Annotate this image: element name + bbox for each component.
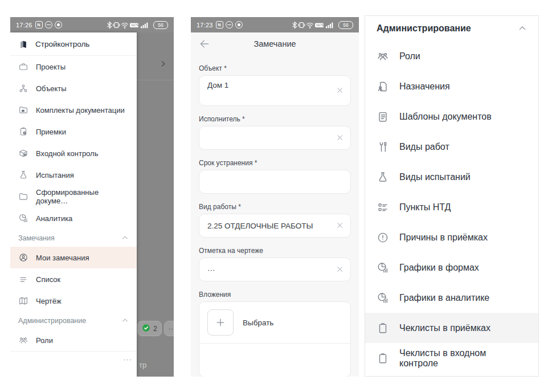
drawer-item-label: Входной контроль [36,149,98,158]
drawer-item[interactable]: Входной контроль [10,142,137,164]
drawer-item-label: Роли [36,336,53,345]
chart-pie-icon [377,292,389,304]
admin-item-label: Причины в приёмках [399,232,488,243]
hierarchy-icon [18,83,28,93]
left-screenshot-nav-drawer: 17:26 N VoLTE 56 2 ··· тр Стройконтроль [10,17,174,377]
admin-list-item[interactable]: Роли [365,41,538,71]
divider [137,80,174,80]
status-bar: 17:23 N VoLTE 56 [191,17,359,32]
signal-icon [326,22,333,28]
drawer-item[interactable]: Список [10,268,137,290]
section-header-administration[interactable]: Администрирование [365,16,538,41]
drawer-item[interactable]: Чертёж [10,290,137,312]
admin-list-item[interactable]: Чеклисты в входном контроле [365,343,538,373]
admin-list-item[interactable]: Причины в приёмках [365,222,538,252]
bluetooth-icon [293,22,296,28]
drawer-item[interactable]: Комплекты документации [10,99,137,121]
drawer-item[interactable]: Испытания [10,164,137,186]
nfc-icon: N [216,21,223,28]
admin-list-item[interactable]: Графики в формах [365,252,538,283]
more-options-icon[interactable]: ··· [123,355,132,364]
add-attachment-button[interactable] [207,309,234,336]
drawer-item[interactable]: Проекты [10,56,137,77]
admin-list-item[interactable]: Назначения [365,71,538,101]
drawer-item[interactable]: Мои замечания [10,247,137,268]
dnd-icon [226,21,233,28]
screen-record-icon [55,21,62,28]
drawer-section-header[interactable]: Администрирование [10,312,137,329]
admin-item-label: Графики в формах [399,263,479,273]
form-header: Замечание [191,32,359,55]
drawer-item[interactable]: Аналитика [10,207,137,229]
navigation-drawer: Стройконтроль ПроектыОбъектыКомплекты до… [10,32,137,377]
drawer-item-label: Мои замечания [36,254,89,262]
svg-text:VoLTE: VoLTE [316,24,324,27]
field-input[interactable]: 2.25 ОТДЕЛОЧНЫЕ РАБОТЫ [199,214,351,238]
more-options-icon[interactable]: ··· [164,321,174,336]
clipboard-check-icon [18,126,28,137]
truncated-background-text: тр [139,361,146,369]
field-input[interactable] [199,170,351,194]
back-arrow-icon[interactable] [199,38,210,50]
field-value: ··· [207,266,215,274]
admin-list-item[interactable]: Чеклисты в приёмках [365,313,538,343]
dimmed-backdrop[interactable]: 2 ··· тр [137,32,174,377]
users-icon [18,335,28,345]
field-input[interactable]: ··· [199,258,351,281]
drawer-item-label: Аналитика [36,214,72,223]
briefcase-icon [18,62,28,72]
drawer-item[interactable]: Сформированные докуме… [10,186,137,207]
drawer-item[interactable]: Приемки [10,121,137,142]
chart-pie-icon [377,262,389,274]
drawer-section-label: Администрирование [18,317,86,325]
page-title: Замечание [254,39,296,48]
folder-icon [18,191,28,202]
flask-icon [18,170,28,180]
clipboard-icon [377,352,389,365]
app-title: Стройконтроль [35,40,89,48]
admin-item-label: Виды испытаний [399,172,471,182]
admin-item-label: Чеклисты в приёмках [399,323,490,333]
field-label: Вид работы * [199,203,351,211]
admin-list-item[interactable]: Виды испытаний [365,162,538,192]
drawer-section-header[interactable]: Замечания [10,229,137,247]
middle-screenshot-issue-form: 17:23 N VoLTE 56 Замечание Объект *Дом 1… [191,17,359,377]
field-value: Дом 1 [207,81,228,89]
clipboard-icon [377,322,389,334]
field-input[interactable] [199,126,351,150]
field-label: Объект * [199,64,351,72]
choose-attachment-label[interactable]: Выбрать [243,318,273,327]
drawer-item-label: Проекты [36,63,66,71]
users-icon [377,50,389,63]
admin-item-label: Чеклисты в входном контроле [399,348,527,369]
chevron-up-icon [121,234,129,242]
bluetooth-icon [108,22,111,28]
battery-icon: 56 [153,21,168,29]
clock: 17:26 [16,22,32,28]
admin-list-item[interactable]: Шаблоны документов [365,101,538,132]
attachments-empty-area [199,344,350,377]
alert-circle-icon [377,231,389,244]
admin-item-label: Виды работ [399,142,449,152]
clear-icon[interactable] [336,86,345,95]
drawer-item-label: Приемки [36,128,66,136]
drawer-item[interactable]: Объекты [10,77,137,99]
admin-list-item[interactable]: Графики в аналитике [365,283,538,313]
admin-list-item[interactable]: Виды работ [365,132,538,162]
badge-count: 2 [153,325,157,333]
clear-icon[interactable] [336,265,345,274]
list-icon [18,274,28,284]
admin-item-label: Назначения [399,81,450,92]
field-label: Отметка на чертеже [199,247,351,255]
admin-item-label: Пункты НТД [399,202,451,213]
attachments-label: Вложения [199,291,351,299]
drawer-section-label: Замечания [18,234,55,242]
chevron-up-icon [121,317,129,324]
field-input[interactable]: Дом 1 [199,75,351,106]
clear-icon[interactable] [336,221,345,230]
admin-list-item[interactable]: Пункты НТД [365,192,538,222]
clear-icon[interactable] [336,133,345,142]
drawer-item[interactable]: Роли [10,329,137,351]
section-title: Администрирование [377,23,471,34]
tools-icon [377,141,389,153]
